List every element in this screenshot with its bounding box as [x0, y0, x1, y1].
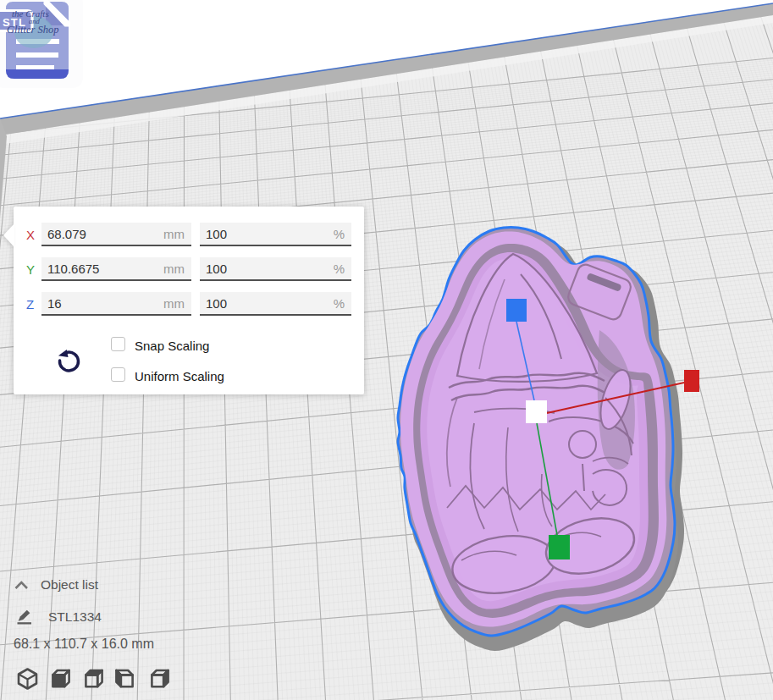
svg-text:Glitter Shop: Glitter Shop: [7, 24, 58, 36]
